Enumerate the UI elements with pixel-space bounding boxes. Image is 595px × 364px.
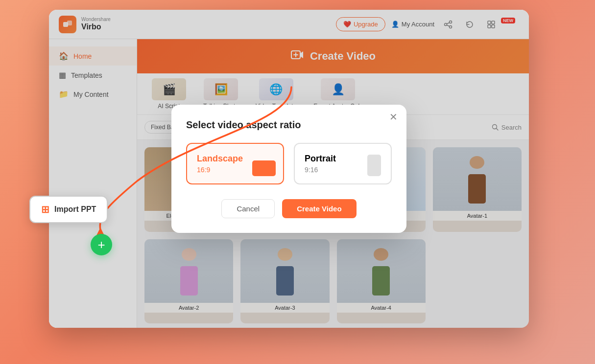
portrait-icon <box>367 155 381 176</box>
aspect-ratio-dialog: ✕ Select video aspect ratio Landscape 16… <box>171 105 406 233</box>
add-button[interactable]: + <box>91 234 112 255</box>
portrait-ratio: 9:16 <box>305 166 318 174</box>
landscape-ratio: 16:9 <box>197 166 210 174</box>
app-window: Wondershare Virbo ❤️ Upgrade 👤 My Accoun… <box>49 10 529 328</box>
dialog-actions: Cancel Create Video <box>186 199 392 218</box>
import-ppt-button[interactable]: ⊞ Import PPT <box>29 196 108 223</box>
portrait-label: Portrait <box>305 154 336 164</box>
create-video-button[interactable]: Create Video <box>282 199 356 218</box>
cancel-button[interactable]: Cancel <box>221 199 275 218</box>
plus-icon: + <box>97 237 105 252</box>
import-ppt-label: Import PPT <box>54 205 96 214</box>
ppt-icon: ⊞ <box>41 204 49 215</box>
aspect-landscape-option[interactable]: Landscape 16:9 <box>186 143 284 184</box>
aspect-ratio-options: Landscape 16:9 Portrait 9:16 <box>186 143 392 184</box>
dialog-overlay: ✕ Select video aspect ratio Landscape 16… <box>49 10 529 328</box>
landscape-icon <box>252 160 276 176</box>
aspect-portrait-option[interactable]: Portrait 9:16 <box>294 143 392 184</box>
dialog-title: Select video aspect ratio <box>186 119 392 131</box>
dialog-close-button[interactable]: ✕ <box>389 112 398 122</box>
landscape-label: Landscape <box>197 154 243 164</box>
